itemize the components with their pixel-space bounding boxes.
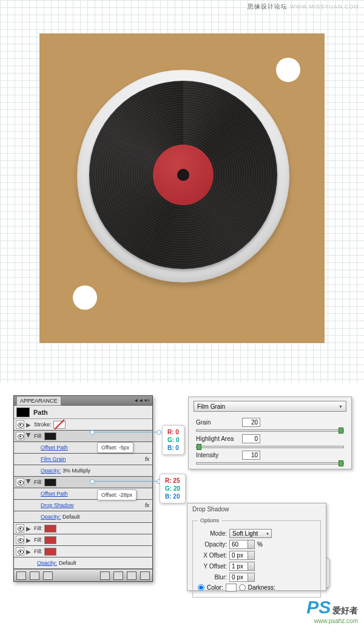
darkness-radio[interactable] [239,584,246,591]
pct-label: % [257,541,263,548]
visibility-toggle[interactable] [16,420,24,429]
stroke-swatch[interactable] [53,421,66,429]
blur-input[interactable]: 0 px [229,573,255,582]
grain-row: Grain 20 [196,418,344,427]
grain-input[interactable]: 20 [242,418,260,427]
blur-label: Blur: [198,574,227,581]
drop-shadow-options: Options Mode:Soft Light Opacity:60% X Of… [192,517,321,598]
twirl-icon[interactable]: ▶ [26,421,32,428]
opacity-link[interactable]: Opacity: [41,468,61,474]
callout-offset-1: Offset: -5px [97,442,133,453]
drop-shadow-dialog[interactable]: Drop Shadow Options Mode:Soft Light Opac… [187,503,326,591]
twirl-down-icon[interactable]: ▶ [26,433,32,439]
drop-shadow-link[interactable]: Drop Shadow [41,502,74,508]
row-fill-3[interactable]: ▶ Fill: [14,523,152,534]
rgb-r: R: 25 [165,477,180,485]
fx-button[interactable] [100,571,110,580]
options-legend: Options [198,517,221,523]
color-radio[interactable] [198,584,204,591]
fill-swatch[interactable] [44,525,56,533]
yoffset-input[interactable]: 1 px [229,562,255,571]
logo-ps: PS [306,597,331,617]
delete-button[interactable] [140,571,150,580]
appearance-tab[interactable]: APPEARANCE [16,396,61,406]
stroke-button[interactable] [30,571,39,580]
row-filmgrain[interactable]: Film Grain fx [14,454,152,465]
watermark-logo: PS 爱好者 www.psahz.com [306,597,358,624]
new-art-button[interactable] [16,571,26,580]
row-fill-1[interactable]: ▶ Fill: [14,431,152,442]
highlight-label: Highlight Area [196,435,238,442]
xoffset-input[interactable]: 0 px [229,551,255,560]
record-label [153,145,214,205]
row-opacity-2[interactable]: Opacity: Default [14,511,152,523]
highlight-slider[interactable] [196,446,344,448]
highlight-row: Highlight Area 0 [196,434,344,443]
fill-label: Fill: [34,433,42,439]
film-grain-dialog[interactable]: Film Grain Grain 20 Highlight Area 0 Int… [188,397,352,469]
panel-tabbar[interactable]: APPEARANCE ◄◄ ▾≡ [14,396,152,406]
opacity-value: 3% Multiply [62,468,90,474]
twirl-icon[interactable]: ▶ [26,525,32,531]
clear-button[interactable] [113,571,123,580]
hole-bottom [73,285,97,310]
highlight-input[interactable]: 0 [242,434,260,443]
vinyl-record [89,81,277,269]
intensity-input[interactable]: 10 [242,451,260,460]
watermark-url: WWW.MISSYUAN.COM [290,4,359,10]
fill-swatch[interactable] [44,548,56,556]
visibility-toggle[interactable] [16,547,24,556]
intensity-slider[interactable] [196,462,344,465]
drop-shadow-title: Drop Shadow [187,503,326,515]
twirl-down-icon[interactable]: ▶ [26,479,32,485]
fill-swatch[interactable] [44,432,56,440]
fill-swatch[interactable] [44,536,56,544]
logo-cn: 爱好者 [332,605,358,615]
row-opacity-1[interactable]: Opacity: 3% Multiply [14,465,152,477]
appearance-panel[interactable]: APPEARANCE ◄◄ ▾≡ Path ▶ Stroke: ▶ Fill: … [13,395,153,582]
row-fill-5[interactable]: ▶ Fill: [14,546,152,557]
duplicate-button[interactable] [127,571,136,580]
offset-path-link[interactable]: Offset Path [41,491,68,497]
color-swatch[interactable] [226,584,237,591]
canvas-grid: 思缘设计论坛 WWW.MISSYUAN.COM [0,0,364,383]
callout-offset-2: Offset: -28px [97,489,136,500]
visibility-toggle[interactable] [16,524,24,533]
rgb-callout-2: R: 25 G: 20 B: 20 [160,474,186,503]
visibility-toggle[interactable] [16,478,24,486]
visibility-toggle[interactable] [16,432,24,440]
fill-swatch[interactable] [44,479,56,486]
bottom-region: APPEARANCE ◄◄ ▾≡ Path ▶ Stroke: ▶ Fill: … [0,392,364,634]
row-fill-2[interactable]: ▶ Fill: [14,477,152,488]
intensity-label: Intensity [196,452,238,458]
stroke-label: Stroke: [34,421,52,428]
opacity-link[interactable]: Opacity: [41,514,61,520]
filter-select[interactable]: Film Grain [194,401,346,412]
opacity-link[interactable]: Opacity: [37,560,57,566]
opacity-input[interactable]: 60 [229,540,255,549]
intensity-row: Intensity 10 [196,451,344,460]
grain-slider[interactable] [196,429,344,432]
film-grain-link[interactable]: Film Grain [41,456,66,462]
rgb-b: B: 0 [167,444,179,452]
mode-select[interactable]: Soft Light [229,529,272,538]
mode-label: Mode: [198,530,227,537]
twirl-icon[interactable]: ▶ [26,548,32,554]
opacity-value: Default [59,560,76,566]
row-stroke[interactable]: ▶ Stroke: [14,419,152,431]
offset-path-link[interactable]: Offset Path [41,445,68,451]
hole-top [276,58,300,82]
fx-icon[interactable]: fx [145,502,149,508]
twirl-icon[interactable]: ▶ [26,537,32,543]
object-swatch[interactable] [16,407,30,417]
fill-label: Fill: [34,548,42,554]
row-dropshadow[interactable]: Drop Shadow fx [14,500,152,511]
record-tray [77,70,289,282]
row-fill-4[interactable]: ▶ Fill: [14,534,152,546]
visibility-toggle[interactable] [16,536,24,544]
row-opacity-3[interactable]: Opacity: Default [14,557,152,569]
panel-menu-icon[interactable]: ◄◄ ▾≡ [133,398,150,403]
fx-icon[interactable]: fx [145,456,149,462]
fill-button[interactable] [43,571,53,580]
color-label: Color: [207,584,223,591]
